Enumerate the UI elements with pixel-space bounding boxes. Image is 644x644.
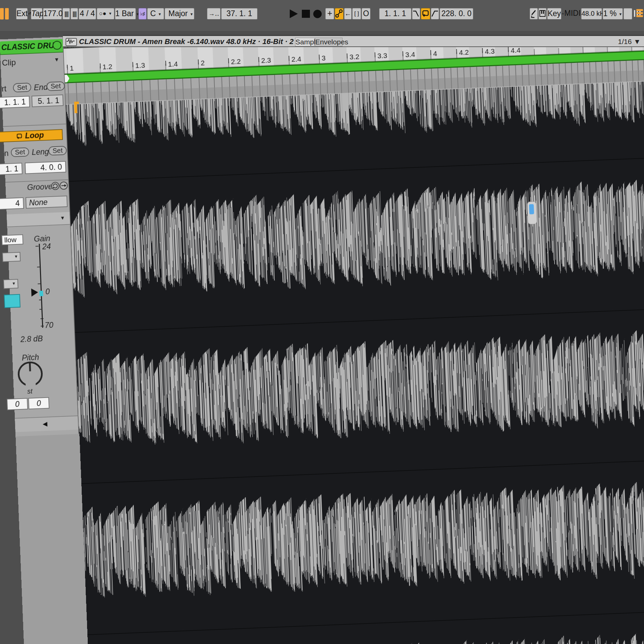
clip-start-field[interactable]: 1. 1. 1 bbox=[0, 96, 30, 109]
ableton-live-window: { "toolbar": { "ext": "Ext", "tap": "Tap… bbox=[0, 0, 644, 644]
panel-collapse-bar[interactable]: ◀ bbox=[15, 415, 78, 432]
gain-slider-track[interactable] bbox=[39, 244, 43, 328]
live-logo-icon bbox=[0, 8, 10, 19]
piano-icon bbox=[539, 8, 546, 18]
tab-sample[interactable]: Sample bbox=[295, 38, 315, 46]
play-button[interactable] bbox=[290, 9, 298, 18]
set-end-button[interactable]: Set bbox=[46, 81, 65, 91]
waveform-overlay-handle[interactable] bbox=[527, 201, 537, 225]
ruler-tick-label: 1.3 bbox=[135, 61, 145, 70]
capture-midi-button[interactable]: [ ] bbox=[352, 8, 361, 19]
loop-length-field[interactable]: 228. 0. 0 bbox=[440, 8, 473, 19]
transport-toolbar: ▼ Ext Tap 177.00 |||| |||| 4 / 4 ○● 1 Ba… bbox=[0, 0, 644, 31]
punch-in-button[interactable] bbox=[412, 8, 420, 19]
cpu-meter[interactable]: 1 % bbox=[603, 8, 623, 19]
refresh-groove-icon bbox=[52, 183, 59, 190]
grid-value-menu[interactable]: 1/16 ▼ bbox=[618, 38, 641, 46]
quantize-menu[interactable]: 1 Bar bbox=[115, 8, 136, 19]
sample-start-marker[interactable] bbox=[74, 104, 77, 113]
overload-indicator bbox=[623, 8, 632, 19]
automation-arm-button[interactable] bbox=[335, 8, 344, 19]
gain-zero-marker-icon bbox=[39, 291, 43, 296]
collapse-arrow-icon: ◀ bbox=[43, 420, 48, 428]
loop-start-field[interactable]: 1. 1. 1 bbox=[379, 8, 411, 19]
end-label: End bbox=[34, 83, 48, 92]
pitch-fine-field[interactable]: 0 bbox=[28, 397, 49, 409]
clip-title-bar[interactable]: CLASSIC DRUM - Amen Brea bbox=[0, 39, 63, 55]
sample-box-header[interactable] bbox=[7, 212, 70, 227]
overdub-button[interactable]: + bbox=[325, 8, 334, 19]
scale-mode-button[interactable]: ♭♯ bbox=[138, 8, 147, 19]
loop-toggle-button[interactable]: Loop bbox=[0, 129, 63, 143]
sample-file-title: CLASSIC DRUM - Amen Break -6.140.wav 48.… bbox=[79, 37, 306, 46]
tab-envelopes[interactable]: Envelopes bbox=[315, 38, 343, 46]
panel-lower-filler bbox=[15, 433, 89, 644]
clip-section-collapse-icon[interactable]: ▼ bbox=[54, 56, 59, 63]
draw-mode-button[interactable] bbox=[530, 8, 538, 19]
punch-out-button[interactable] bbox=[431, 8, 439, 19]
follow-toggle[interactable]: llow bbox=[1, 234, 23, 245]
commit-groove-button[interactable] bbox=[51, 182, 59, 190]
sample-title-bar: CLASSIC DRUM - Amen Break -6.140.wav 48.… bbox=[63, 35, 644, 47]
midi-map-button[interactable]: MIDI bbox=[564, 8, 580, 19]
pitch-knob[interactable] bbox=[17, 361, 43, 387]
nudge-down-button[interactable]: |||| bbox=[63, 8, 70, 19]
ruler-tick-label: 3 bbox=[321, 54, 326, 62]
pencil-icon bbox=[530, 8, 537, 18]
start-label: rt bbox=[1, 84, 6, 94]
set-length-button[interactable]: Set bbox=[48, 146, 67, 156]
clip-end-field[interactable]: 5. 1. 1 bbox=[32, 94, 64, 107]
ruler-tick-label: 3.3 bbox=[377, 51, 387, 60]
ruler-tick-label: 1.4 bbox=[168, 60, 178, 68]
metronome-button[interactable]: ○● bbox=[97, 8, 114, 19]
gain-tick-24: 24 bbox=[42, 242, 51, 251]
set-position-button[interactable]: Set bbox=[11, 147, 29, 157]
preserve-dropdown[interactable] bbox=[3, 279, 18, 289]
ruler-tick-label: 2.4 bbox=[291, 55, 301, 64]
link-connector bbox=[28, 13, 31, 14]
pitch-unit-label: st bbox=[27, 387, 33, 395]
computer-midi-keyboard-button[interactable] bbox=[538, 8, 547, 19]
waveform-display[interactable] bbox=[64, 58, 644, 644]
loop-button[interactable] bbox=[421, 8, 430, 19]
clip-section-label: Clip bbox=[2, 58, 16, 68]
time-signature-field[interactable]: 4 / 4 bbox=[79, 8, 96, 19]
reenable-automation-button[interactable]: ← bbox=[344, 8, 352, 19]
follow-button[interactable]: →‥ bbox=[207, 8, 220, 19]
ruler-tick-label: 4.2 bbox=[459, 48, 469, 57]
nudge-up-button[interactable]: |||| bbox=[71, 8, 78, 19]
ruler-tick-label: 3.4 bbox=[405, 50, 415, 59]
clip-view-area: 11.21.31.422.22.32.433.23.33.444.24.34.4… bbox=[0, 35, 644, 644]
arrangement-position-field[interactable]: 37. 1. 1 bbox=[221, 8, 257, 19]
scale-name-menu[interactable]: Major bbox=[165, 8, 194, 19]
loop-toggle-icon bbox=[15, 132, 23, 140]
punch-out-icon bbox=[431, 8, 439, 18]
ruler-tick-label: 2.2 bbox=[231, 57, 241, 66]
signature-denominator-field[interactable]: 4 bbox=[0, 197, 24, 210]
apply-groove-button[interactable] bbox=[59, 182, 68, 190]
tap-tempo-button[interactable]: Tap bbox=[31, 8, 42, 19]
loop-length-field-panel[interactable]: 4. 0. 0 bbox=[25, 161, 66, 174]
key-midi-connector bbox=[562, 13, 564, 14]
loop-toggle-label: Loop bbox=[25, 130, 44, 140]
ruler-tick-label: 1 bbox=[70, 64, 74, 72]
gain-slider-handle-icon[interactable] bbox=[31, 288, 38, 297]
tempo-field[interactable]: 177.00 bbox=[43, 8, 62, 19]
session-record-button[interactable]: O bbox=[362, 8, 370, 19]
ext-link-button[interactable]: Ext bbox=[16, 8, 28, 19]
record-button[interactable] bbox=[313, 10, 322, 18]
groove-select-field[interactable]: None bbox=[26, 196, 68, 209]
set-start-button[interactable]: Set bbox=[13, 83, 31, 92]
ruler-tick-label: 2.3 bbox=[261, 56, 271, 65]
scale-root-menu[interactable]: C bbox=[147, 8, 164, 19]
stop-button[interactable] bbox=[302, 10, 310, 18]
groove-label: Groove bbox=[27, 182, 52, 192]
loop-position-field[interactable]: 1. 1 bbox=[0, 163, 23, 175]
warp-option-button[interactable] bbox=[4, 294, 21, 308]
gain-tick-70: 70 bbox=[45, 321, 54, 330]
arrow-groove-icon bbox=[60, 182, 67, 189]
warp-mode-dropdown[interactable] bbox=[2, 252, 21, 262]
loop-icon bbox=[421, 8, 430, 18]
pitch-coarse-field[interactable]: 0 bbox=[7, 398, 28, 410]
key-map-button[interactable]: Key bbox=[547, 8, 561, 19]
